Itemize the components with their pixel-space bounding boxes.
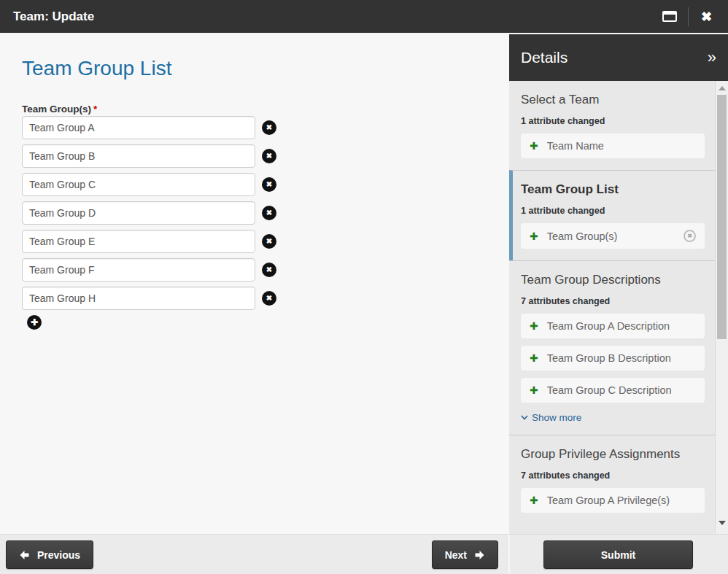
remove-icon: ✖ — [266, 124, 272, 131]
attr-card-group-c-description[interactable]: ✚ Team Group C Description — [521, 378, 705, 403]
attr-label: Team Group B Description — [547, 352, 671, 364]
attributes-changed-label: 1 attribute changed — [521, 116, 705, 126]
team-group-input-5[interactable] — [22, 258, 255, 282]
remove-icon: ✖ — [266, 209, 272, 217]
group-row: ✖ — [22, 287, 276, 310]
add-icon: ✚ — [31, 318, 38, 327]
required-asterisk: * — [93, 104, 97, 115]
next-label: Next — [445, 549, 467, 561]
arrow-left-icon — [19, 550, 30, 560]
details-scroll-area: Select a Team 1 attribute changed ✚ Team… — [509, 81, 728, 534]
previous-button[interactable]: Previous — [6, 540, 93, 569]
team-group-input-4[interactable] — [22, 230, 255, 253]
remove-group-button-0[interactable]: ✖ — [262, 120, 276, 135]
added-plus-icon: ✚ — [530, 321, 538, 331]
show-more-label: Show more — [532, 412, 581, 423]
window-title: Team: Update — [13, 9, 661, 24]
group-row: ✖ — [22, 258, 276, 282]
attr-card-group-b-description[interactable]: ✚ Team Group B Description — [521, 346, 705, 371]
attr-card-team-groups[interactable]: ✚ Team Group(s) ✖ — [521, 223, 705, 249]
add-group-button[interactable]: ✚ — [27, 315, 42, 330]
attr-label: Team Group A Description — [547, 320, 670, 332]
scrollbar-thumb[interactable] — [717, 95, 727, 339]
attr-card-group-a-privileges[interactable]: ✚ Team Group A Privilege(s) — [521, 488, 705, 513]
details-header: Details » — [509, 34, 728, 81]
scrollbar-down-arrow-icon[interactable] — [719, 521, 726, 525]
window-titlebar: Team: Update ✖ — [0, 0, 728, 33]
remove-group-button-6[interactable]: ✖ — [262, 291, 276, 306]
page-title: Team Group List — [22, 57, 171, 80]
added-plus-icon: ✚ — [530, 385, 538, 395]
remove-icon: ✖ — [266, 181, 272, 188]
maximize-icon — [662, 11, 677, 22]
attr-label: Team Group(s) — [547, 230, 618, 242]
show-more-link[interactable]: Show more — [521, 412, 581, 423]
scrollbar-up-arrow-icon[interactable] — [719, 86, 726, 90]
section-group-privilege-assignments: Group Privilege Assignments 7 attributes… — [509, 435, 715, 524]
details-sidebar: Details » Select a Team 1 attribute chan… — [509, 33, 728, 534]
group-row: ✖ — [22, 116, 276, 139]
remove-icon: ✖ — [266, 238, 272, 245]
team-group-input-2[interactable] — [22, 173, 255, 196]
attributes-changed-label: 7 attributes changed — [521, 296, 705, 306]
added-plus-icon: ✚ — [530, 231, 538, 241]
team-group-inputs: ✖ ✖ ✖ ✖ ✖ ✖ ✖ — [22, 116, 276, 330]
team-group-input-6[interactable] — [22, 287, 255, 310]
undo-change-button[interactable]: ✖ — [684, 230, 696, 242]
team-group-input-1[interactable] — [22, 144, 255, 168]
field-label-text: Team Group(s) — [22, 104, 91, 115]
submit-label: Submit — [601, 549, 635, 561]
section-select-a-team: Select a Team 1 attribute changed ✚ Team… — [509, 81, 715, 170]
added-plus-icon: ✚ — [530, 353, 538, 363]
collapse-sidebar-button[interactable]: » — [708, 50, 716, 66]
maximize-button[interactable] — [661, 9, 678, 23]
attr-card-team-name[interactable]: ✚ Team Name — [521, 133, 705, 158]
remove-group-button-5[interactable]: ✖ — [262, 263, 276, 277]
added-plus-icon: ✚ — [530, 141, 538, 151]
remove-icon: ✖ — [266, 266, 272, 274]
sidebar-scrollbar[interactable] — [715, 81, 728, 534]
attr-card-group-a-description[interactable]: ✚ Team Group A Description — [521, 314, 705, 338]
added-plus-icon: ✚ — [530, 495, 538, 505]
section-title: Group Privilege Assignments — [521, 447, 705, 462]
details-sections: Select a Team 1 attribute changed ✚ Team… — [509, 81, 715, 524]
attr-label: Team Name — [547, 140, 604, 152]
chevron-down-icon — [521, 415, 528, 420]
group-row: ✖ — [22, 230, 276, 253]
arrow-right-icon — [474, 550, 485, 560]
team-group-input-0[interactable] — [22, 116, 255, 139]
remove-icon: ✖ — [266, 152, 272, 160]
attr-label: Team Group C Description — [547, 384, 672, 396]
attributes-changed-label: 7 attributes changed — [521, 470, 705, 481]
remove-icon: ✖ — [266, 295, 272, 302]
remove-group-button-4[interactable]: ✖ — [262, 234, 276, 249]
remove-group-button-1[interactable]: ✖ — [262, 149, 276, 163]
group-row: ✖ — [22, 173, 276, 196]
footer-divider — [508, 535, 510, 574]
next-button[interactable]: Next — [432, 540, 498, 569]
close-button[interactable]: ✖ — [698, 10, 715, 23]
chevron-double-right-icon: » — [708, 48, 716, 66]
close-icon: ✖ — [701, 9, 712, 24]
group-row: ✖ — [22, 144, 276, 168]
section-title: Team Group List — [521, 182, 705, 197]
undo-x-icon: ✖ — [687, 233, 692, 239]
section-title: Team Group Descriptions — [521, 273, 705, 287]
remove-group-button-2[interactable]: ✖ — [262, 177, 276, 192]
section-team-group-descriptions: Team Group Descriptions 7 attributes cha… — [509, 260, 715, 435]
details-title: Details — [521, 49, 568, 66]
titlebar-divider — [688, 7, 689, 26]
attributes-changed-label: 1 attribute changed — [521, 206, 705, 216]
footer-bar: Previous Next Submit — [0, 534, 728, 574]
attr-label: Team Group A Privilege(s) — [547, 495, 670, 506]
section-team-group-list: Team Group List 1 attribute changed ✚ Te… — [509, 170, 715, 260]
team-group-input-3[interactable] — [22, 201, 255, 225]
team-groups-field-label: Team Group(s)* — [22, 104, 97, 115]
previous-label: Previous — [37, 549, 80, 561]
group-row: ✖ — [22, 201, 276, 225]
remove-group-button-3[interactable]: ✖ — [262, 206, 276, 220]
main-panel: Team Group List Team Group(s)* ✖ ✖ ✖ ✖ — [0, 33, 509, 534]
submit-button[interactable]: Submit — [543, 540, 693, 569]
section-title: Select a Team — [521, 93, 705, 107]
window-controls: ✖ — [661, 7, 715, 26]
